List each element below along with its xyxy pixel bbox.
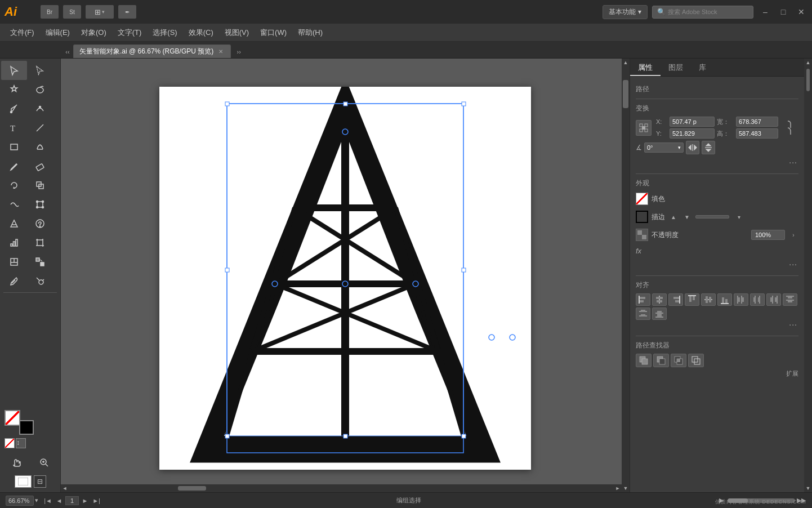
distribute-vertical-center[interactable] xyxy=(636,308,650,320)
pen-tool[interactable] xyxy=(1,99,27,118)
distribute-top-edge[interactable] xyxy=(783,293,797,306)
eyedropper-tool[interactable] xyxy=(1,271,27,291)
menu-type[interactable]: 文字(T) xyxy=(112,25,148,40)
flip-vertical-btn[interactable] xyxy=(702,141,715,154)
line-tool[interactable] xyxy=(27,118,53,137)
stroke-chevron-up[interactable]: ▲ xyxy=(668,212,679,222)
rotate-tool[interactable] xyxy=(1,176,27,195)
tab-library[interactable]: 库 xyxy=(691,60,714,76)
menu-edit[interactable]: 编辑(E) xyxy=(40,25,75,40)
right-panel-scrollbar[interactable]: ▲ ▼ xyxy=(804,59,812,492)
fill-color-box[interactable] xyxy=(636,193,648,205)
magic-wand-tool[interactable] xyxy=(1,80,27,99)
align-right-edge[interactable] xyxy=(668,293,683,306)
doc-tab-main[interactable]: 矢量智能对象.ai @ 66.67% (RGB/GPU 预览) ✕ xyxy=(73,44,231,58)
canvas-hscrollbar[interactable]: ◄ ► xyxy=(61,484,622,492)
stock-icon[interactable]: St xyxy=(63,5,81,19)
panel-scroll-down[interactable]: ▼ xyxy=(804,484,812,492)
prev-page-btn[interactable]: ◄ xyxy=(54,496,64,506)
none-swatch[interactable] xyxy=(5,438,15,448)
workspace-switcher-icon[interactable]: ⊞ ▾ xyxy=(86,5,114,19)
scroll-down-arrow[interactable]: ▼ xyxy=(622,484,630,492)
screen-mode-normal[interactable] xyxy=(15,475,32,488)
menu-file[interactable]: 文件(F) xyxy=(5,25,40,40)
align-bottom-edge[interactable] xyxy=(717,293,732,306)
artboard-tool[interactable] xyxy=(27,233,53,252)
minimize-button[interactable]: – xyxy=(759,6,771,18)
scale-tool[interactable] xyxy=(27,176,53,195)
angle-dropdown[interactable]: 0° ▾ xyxy=(644,142,684,153)
panel-scroll-up[interactable]: ▲ xyxy=(804,59,812,66)
graph-tool[interactable] xyxy=(1,233,27,252)
swap-swatch[interactable]: ↕ xyxy=(16,438,26,448)
stroke-swatch[interactable] xyxy=(19,420,34,435)
flip-horizontal-btn[interactable] xyxy=(686,141,699,154)
next-page-btn[interactable]: ► xyxy=(80,496,90,506)
align-top-edge[interactable] xyxy=(685,293,699,306)
pf-intersect[interactable] xyxy=(671,354,686,367)
distribute-left-edge[interactable] xyxy=(734,293,748,306)
measure-tool[interactable] xyxy=(27,271,53,291)
menu-effect[interactable]: 效果(C) xyxy=(183,25,219,40)
appearance-more-btn[interactable]: ··· xyxy=(789,260,797,269)
tab-properties[interactable]: 属性 xyxy=(630,60,661,76)
bridge-icon[interactable]: Br xyxy=(41,5,59,19)
selection-tool[interactable] xyxy=(1,61,27,80)
opacity-input[interactable] xyxy=(751,230,785,240)
align-horizontal-center[interactable] xyxy=(652,293,667,306)
distribute-horizontal-center[interactable] xyxy=(750,293,765,306)
curvature-tool[interactable] xyxy=(27,99,53,118)
free-transform-tool[interactable] xyxy=(27,195,53,214)
pathfinder-expand-btn[interactable]: 扩展 xyxy=(786,369,798,378)
blend-tool[interactable] xyxy=(27,252,53,271)
scroll-up-arrow[interactable]: ▲ xyxy=(622,59,630,66)
opacity-checkerboard[interactable] xyxy=(636,229,648,241)
warp-tool[interactable] xyxy=(1,195,27,214)
panel-scroll-thumb[interactable] xyxy=(806,69,810,91)
paint-bucket-tool[interactable] xyxy=(27,137,53,157)
menu-select[interactable]: 选择(S) xyxy=(147,25,182,40)
rect-tool[interactable] xyxy=(1,137,27,157)
pf-unite[interactable] xyxy=(636,354,652,367)
perspective-tool[interactable] xyxy=(1,214,27,233)
menu-help[interactable]: 帮助(H) xyxy=(292,25,328,40)
x-input[interactable] xyxy=(670,117,715,127)
transform-reference-icon[interactable] xyxy=(636,120,652,136)
pencil-tool[interactable] xyxy=(1,157,27,176)
direct-selection-tool[interactable] xyxy=(27,61,53,80)
distribute-bottom-edge[interactable] xyxy=(652,308,667,320)
hscroll-thumb[interactable] xyxy=(178,486,206,491)
page-number[interactable]: 1 xyxy=(65,496,79,505)
type-tool[interactable]: T xyxy=(1,118,27,137)
scroll-left-arrow[interactable]: ◄ xyxy=(61,484,69,492)
pf-exclude[interactable] xyxy=(688,354,704,367)
tab-scroll-left[interactable]: ‹‹ xyxy=(62,46,73,58)
workspace-dropdown[interactable]: 基本功能 ▾ xyxy=(603,5,648,19)
screen-mode-full[interactable]: ⊟ xyxy=(34,475,46,488)
stroke-value-display[interactable] xyxy=(695,215,729,219)
stroke-chevron-down[interactable]: ▼ xyxy=(682,212,692,222)
close-button[interactable]: ✕ xyxy=(795,6,807,18)
menu-object[interactable]: 对象(O) xyxy=(75,25,112,40)
constrain-proportions-icon[interactable] xyxy=(783,123,793,133)
w-input[interactable] xyxy=(736,117,778,127)
y-input[interactable] xyxy=(670,128,715,139)
pen-arrange-icon[interactable]: ✒ xyxy=(118,5,136,19)
menu-window[interactable]: 窗口(W) xyxy=(255,25,292,40)
lasso-tool[interactable] xyxy=(27,80,53,99)
align-more-btn[interactable]: ··· xyxy=(789,320,797,329)
symbol-tool[interactable] xyxy=(27,214,53,233)
restore-button[interactable]: □ xyxy=(777,6,789,18)
hand-tool[interactable] xyxy=(3,453,29,472)
search-bar[interactable]: 🔍 搜索 Adobe Stock xyxy=(652,6,753,19)
slice-tool[interactable] xyxy=(1,252,27,271)
zoom-dropdown-arrow[interactable]: ▾ xyxy=(35,497,38,504)
pf-minus-front[interactable] xyxy=(653,354,669,367)
align-left-edge[interactable] xyxy=(636,293,650,306)
transform-more-btn[interactable]: ··· xyxy=(789,158,797,167)
tab-close-button[interactable]: ✕ xyxy=(217,48,225,56)
tab-layers[interactable]: 图层 xyxy=(661,60,691,76)
last-page-btn[interactable]: ►| xyxy=(91,496,101,506)
first-page-btn[interactable]: |◄ xyxy=(43,496,53,506)
zoom-tool[interactable] xyxy=(32,453,57,472)
